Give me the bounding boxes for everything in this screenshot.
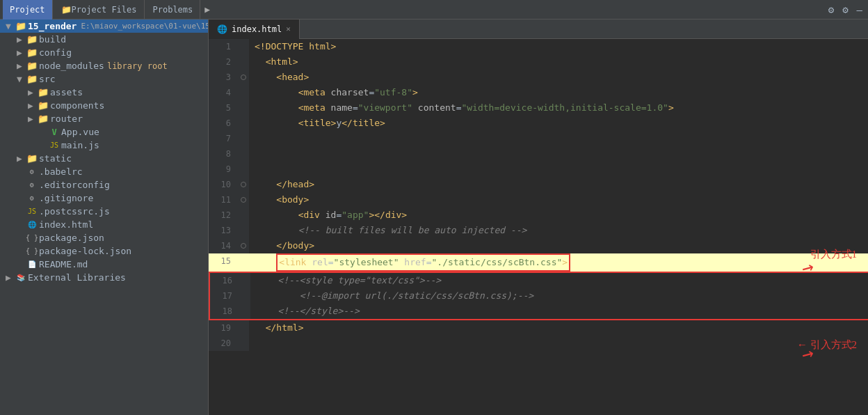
code-line-4: 4 <meta charset="utf-8">: [209, 85, 868, 100]
config-label: config: [39, 47, 72, 58]
line-num-7: 7: [209, 131, 238, 146]
line-gutter-10: [238, 177, 249, 192]
code-line-15: 15 <link rel="stylesheet" href="./static…: [209, 253, 868, 272]
line-num-6: 6: [209, 116, 238, 131]
line-content-12: <div id="app"></div>: [249, 208, 868, 223]
code-editor[interactable]: 1 <!DOCTYPE html> 2 <html> 3: [209, 39, 868, 351]
file-tree: ▼ 📁 15_render E:\miaov_workspace\01-vue\…: [0, 19, 209, 415]
editor-area: 🌐 index.html ✕ 1 <!DOCTYPE html> 2: [209, 19, 868, 415]
library-root-label: library root: [107, 61, 168, 71]
editorconfig-label: .editorconfig: [39, 180, 110, 190]
project-folder-icon: 📁: [14, 21, 28, 31]
line-gutter-16: [239, 273, 250, 288]
build-label: build: [39, 34, 66, 45]
line-num-9: 9: [209, 162, 238, 177]
toolbar: Project 📁 Project Files Problems ▶ ⚙ ⚙ —: [0, 0, 868, 19]
tree-item-external-libraries[interactable]: ▶ 📚 External Libraries: [0, 271, 208, 284]
vue-file-icon: V: [47, 127, 61, 137]
node-modules-arrow: ▶: [14, 61, 25, 71]
line-gutter-18: [239, 304, 250, 319]
tree-item-assets[interactable]: ▶ 📁 assets: [0, 86, 208, 99]
fold-indicator-11[interactable]: [241, 197, 246, 203]
tree-item-config[interactable]: ▶ 📁 config: [0, 46, 208, 59]
index-html-icon: 🌐: [25, 221, 39, 228]
code-line-20: 20: [209, 336, 868, 351]
tab-project-files[interactable]: 📁 Project Files: [54, 0, 145, 19]
minus-icon[interactable]: —: [854, 3, 865, 17]
code-line-10: 10 </head>: [209, 177, 868, 192]
fold-indicator-10[interactable]: [241, 182, 246, 187]
line-content-16: <!--<style type="text/css">-->: [250, 273, 868, 288]
project-name: 15_render: [28, 21, 77, 31]
line-gutter-5: [238, 100, 249, 116]
line-num-4: 4: [209, 85, 238, 100]
line-num-2: 2: [209, 54, 238, 70]
src-folder-icon: 📁: [25, 74, 39, 84]
line-num-14: 14: [209, 238, 238, 253]
line-15-box: <link rel="stylesheet" href="./static/cs…: [276, 253, 570, 272]
readme-icon: 📄: [25, 260, 39, 268]
package-json-icon: { }: [25, 234, 39, 242]
code-line-18: 18 <!--</style>-->: [209, 304, 868, 320]
editor-tab-icon: 🌐: [217, 24, 227, 34]
line-num-18: 18: [210, 304, 239, 319]
tab-problems-label: Problems: [153, 5, 193, 15]
settings-icon[interactable]: ⚙: [826, 3, 837, 17]
project-path: E:\miaov_workspace\01-vue\15_render: [81, 22, 209, 31]
tree-item-components[interactable]: ▶ 📁 components: [0, 99, 208, 112]
tree-item-index-html[interactable]: 🌐 index.html: [0, 218, 208, 231]
line-gutter-11: [238, 192, 249, 208]
tree-item-package-lock[interactable]: { } package-lock.json: [0, 244, 208, 258]
tab-project[interactable]: Project: [3, 0, 53, 19]
project-arrow: ▼: [3, 21, 14, 31]
line-gutter-14: [238, 238, 249, 253]
line-gutter-13: [238, 223, 249, 238]
ext-lib-icon: 📚: [14, 274, 28, 281]
line-num-8: 8: [209, 146, 238, 162]
tree-item-build[interactable]: ▶ 📁 build: [0, 33, 208, 46]
line-content-13: <!-- built files will be auto injected -…: [249, 223, 868, 238]
code-lines: 1 <!DOCTYPE html> 2 <html> 3: [209, 39, 868, 351]
tree-item-package-json[interactable]: { } package.json: [0, 231, 208, 244]
line-num-13: 13: [209, 223, 238, 238]
assets-arrow: ▶: [25, 87, 36, 97]
code-line-16: 16 <!--<style type="text/css">-->: [209, 272, 868, 288]
tree-item-readme[interactable]: 📄 README.md: [0, 258, 208, 271]
postcssrc-label: .postcssrc.js: [39, 206, 110, 217]
gear-icon[interactable]: ⚙: [839, 3, 851, 17]
tree-item-main-js[interactable]: JS main.js: [0, 139, 208, 152]
tree-item-node-modules[interactable]: ▶ 📁 node_modules library root: [0, 59, 208, 72]
tree-item-postcssrc[interactable]: JS .postcssrc.js: [0, 205, 208, 218]
package-lock-icon: { }: [25, 247, 39, 255]
readme-label: README.md: [39, 259, 88, 269]
line-gutter-2: [238, 54, 249, 70]
fold-indicator-14[interactable]: [241, 243, 246, 249]
project-files-icon: 📁: [61, 5, 72, 15]
tree-item-static[interactable]: ▶ 📁 static: [0, 152, 208, 165]
tree-item-editorconfig[interactable]: ⚙ .editorconfig: [0, 178, 208, 191]
line-content-2: <html>: [249, 54, 868, 70]
tab-project-label: Project: [10, 5, 45, 15]
line-gutter-17: [239, 288, 250, 304]
project-root[interactable]: ▼ 📁 15_render E:\miaov_workspace\01-vue\…: [0, 19, 208, 33]
tab-problems[interactable]: Problems: [146, 0, 201, 19]
fold-indicator-3[interactable]: [241, 75, 246, 80]
tree-item-babelrc[interactable]: ⚙ .babelrc: [0, 165, 208, 178]
tree-item-src[interactable]: ▼ 📁 src: [0, 72, 208, 86]
editor-tab-index-html[interactable]: 🌐 index.html ✕: [209, 19, 300, 39]
config-folder-icon: 📁: [25, 47, 39, 58]
static-label: static: [39, 153, 72, 164]
line-content-3: <head>: [249, 70, 868, 85]
line-content-8: [249, 146, 868, 162]
code-line-3: 3 <head>: [209, 70, 868, 85]
toolbar-icons: ⚙ ⚙ —: [826, 3, 865, 17]
tree-item-gitignore[interactable]: ⚙ .gitignore: [0, 191, 208, 205]
tab-close-button[interactable]: ✕: [286, 24, 291, 33]
build-arrow: ▶: [14, 34, 25, 45]
line-content-10: </head>: [249, 177, 868, 192]
babelrc-icon: ⚙: [25, 168, 39, 175]
tree-item-app-vue[interactable]: V App.vue: [0, 125, 208, 139]
code-line-6: 6 <title>y</title>: [209, 116, 868, 131]
tree-item-router[interactable]: ▶ 📁 router: [0, 112, 208, 125]
config-arrow: ▶: [14, 47, 25, 58]
